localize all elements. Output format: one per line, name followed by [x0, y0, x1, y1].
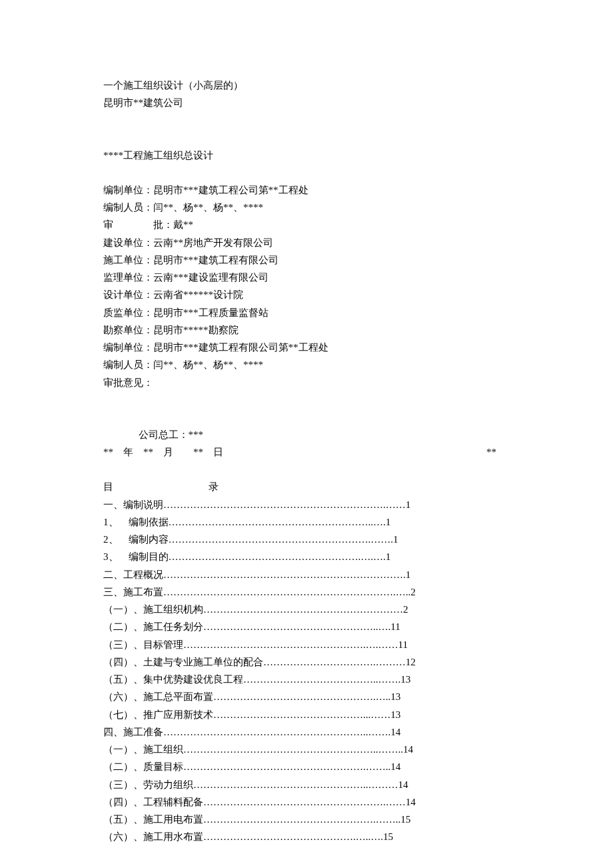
toc-item: 二、工程概况……………………………………………………………….1	[103, 566, 510, 583]
meta-staff2: 编制人员：闫**、杨**、杨**、****	[103, 356, 510, 373]
toc-item: 3、 编制目的………………………………………………….….….1	[103, 548, 510, 565]
meta-opinion: 审批意见：	[103, 374, 510, 391]
date-line: ** 年 ** 月 ** 日	[103, 443, 510, 461]
doc-title: ****工程施工组织总设计	[103, 147, 510, 164]
doc-header-line2: 昆明市**建筑公司	[103, 94, 510, 111]
toc-heading: 目录	[103, 478, 510, 495]
toc-item: 1、 编制依据……………………………………………………..….1	[103, 513, 510, 531]
toc-item: 四、施工准备……………………………………………………..…….14	[103, 723, 510, 741]
toc-item: （七）、推广应用新技术………………………………………...……13	[103, 706, 510, 723]
toc-item: 三、施工布置…………………………………………………………….…..2	[103, 583, 510, 601]
toc-item: （三）、目标管理……………………………………………….….……11	[103, 636, 510, 653]
toc-item: 一、编制说明………………………………………………………….……1	[103, 496, 510, 513]
meta-survey: 勘察单位：昆明市*****勘察院	[103, 321, 510, 339]
meta-staff: 编制人员：闫**、杨**、杨**、****	[103, 199, 510, 216]
toc-heading-right: 录	[209, 481, 219, 492]
toc-item: （二）、施工任务划分……………………………………………..….11	[103, 618, 510, 635]
toc-item: （四）、土建与专业施工单位的配合…………………………….………12	[103, 653, 510, 671]
meta-builder: 建设单位：云南**房地产开发有限公司	[103, 234, 510, 251]
toc-list: 一、编制说明………………………………………………………….……11、 编制依据……	[103, 496, 510, 846]
toc-item: （一）、施工组织…………………………………………………..……..14	[103, 741, 510, 758]
doc-header-line1: 一个施工组织设计（小高层的）	[103, 77, 510, 94]
toc-item: （五）、施工用电布置…………………………………………….……..15	[103, 811, 510, 828]
meta-supervisor: 监理单位：云南***建设监理有限公司	[103, 269, 510, 286]
toc-heading-left: 目	[103, 481, 113, 492]
toc-item: （六）、施工总平面布置………………………………………….…..13	[103, 688, 510, 705]
right-star-marker: **	[486, 443, 496, 461]
toc-item: （五）、集中优势建设优良工程…………………………………..…….13	[103, 671, 510, 688]
toc-item: （二）、质量目标……………………………………………….……..14	[103, 758, 510, 775]
toc-item: （四）、工程辅料配备……………………………………………….……14	[103, 793, 510, 811]
toc-item: （三）、劳动力组织……………………………………………..………14	[103, 776, 510, 793]
toc-item: （一）、施工组织机构……………………………………………………2	[103, 601, 510, 618]
meta-approve: 审 批：戴**	[103, 216, 510, 233]
chief-engineer: 公司总工：***	[103, 426, 510, 443]
meta-constructor: 施工单位：昆明市***建筑工程有限公司	[103, 251, 510, 269]
toc-item: 2、 编制内容…………………………………………………….…….1	[103, 531, 510, 548]
toc-item: （六）、施工用水布置……………………………………….…..….15	[103, 828, 510, 845]
meta-org2: 编制单位：昆明市***建筑工程有限公司第**工程处	[103, 339, 510, 356]
meta-org: 编制单位：昆明市***建筑工程公司第**工程处	[103, 181, 510, 199]
meta-designer: 设计单位：云南省******设计院	[103, 286, 510, 303]
meta-quality: 质监单位：昆明市***工程质量监督站	[103, 304, 510, 321]
